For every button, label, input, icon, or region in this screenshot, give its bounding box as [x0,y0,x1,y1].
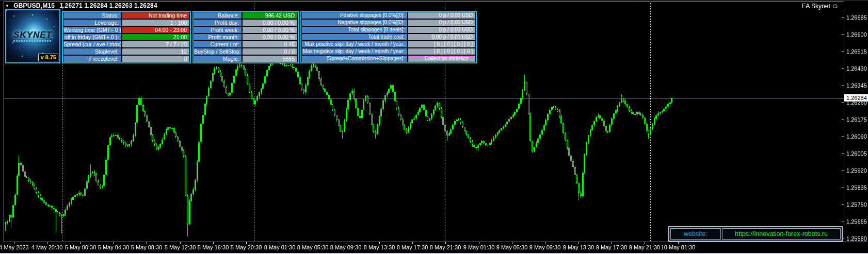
time-axis-label: 8 May 17:30 [397,244,428,250]
profit-week-label: Profit week: [194,27,242,33]
max-positive-slip-label: Max positive slip: day / week / month / … [302,41,407,47]
time-axis-label: 4 May 2023 [0,244,29,250]
leverage-label: Leverage: [63,20,121,26]
working-time-value: 04:00 - 23:00 [122,27,189,33]
friday-off-value: 21:00 [122,34,189,40]
time-axis-label: 5 May 00:30 [65,244,97,250]
version-badge: v 8.75 [38,54,58,61]
price-axis-label: 1.26515 [846,48,868,55]
max-positive-slip-value: [ 0 ] [ 0 ] [ 0 ] [ 0 ] [408,41,475,47]
freezelevel-value: 0 [122,56,189,62]
status-label: Status: [63,12,121,19]
price-axis-label: 1.25835 [846,184,868,191]
buystop-sellstop-value: 0 / 0 [243,48,297,55]
time-axis-label: 5 May 16:30 [198,244,229,250]
symbol-timeframe: GBPUSD,M15 [13,2,55,9]
time-axis-label: 5 May 08:30 [131,244,163,250]
ea-watermark-text: EA Skynet [801,3,830,10]
time-axis-label: 9 May 21:30 [629,244,661,250]
price-axis-label: 1.26090 [846,133,868,140]
working-time-label: Working time (GMT+ 0 ): [63,27,121,33]
current-price-tag: 1.26284 [844,94,868,101]
spread-value: 7 / 7 / 20 [122,41,189,47]
positive-slippages-value: 0 p / 0.00 USD [408,12,475,19]
status-section: Status:Not trading timeLeverage:1 : 100W… [62,11,191,63]
profit-month-label: Profit month: [194,34,242,40]
buystop-sellstop-label: BuyStop / SellStop: [194,48,242,55]
slippage-section: Positive slippages [0.0%][0]:0 p / 0.00 … [300,11,477,63]
profit-week-value: 0.00 / 0.00 % [243,27,297,33]
max-negative-slip-label: Max negative slip: day / week / month / … [302,48,407,55]
time-axis-label: 9 May 05:30 [496,244,528,250]
negative-slippages-value: 0 p / 0.00 USD [408,20,475,26]
price-axis-label: 1.26430 [846,65,868,72]
current-lot-label: Current Lot: [194,41,242,47]
spread-label: Spread (cur / ave / max): [63,41,121,47]
leverage-value: 1 : 100 [122,20,189,26]
price-axis-label: 1.26345 [846,82,868,89]
price-axis-label: 1.26600 [846,31,868,38]
mt4-chart-window: ▼ GBPUSD,M15 1.26271 1.26284 1.26263 1.2… [0,0,868,254]
price-axis-label: 1.25580 [846,235,868,242]
total-slippages-label: Total slippages [0 deals]: [302,27,407,33]
ea-watermark: EA Skynet☺ [801,2,839,10]
total-slippages-value: 0 p / 0.00 USD [408,27,475,33]
freezelevel-label: Freezelevel: [63,56,121,62]
time-axis-label: 9 May 09:30 [529,244,561,250]
chart-title: ▼ GBPUSD,M15 1.26271 1.26284 1.26263 1.2… [5,2,157,9]
time-axis-label: 8 May 05:30 [297,244,329,250]
stoplevel-label: Stoplevel: [63,48,121,55]
collection-stats-value[interactable]: Collection statistics... [408,56,475,62]
time-axis-label: 5 May 04:30 [98,244,130,250]
price-axis-label: 1.26005 [846,150,868,157]
price-axis-label: 1.26175 [846,116,868,123]
logo-title: SKYNET [6,30,59,40]
trade-cost-value: 0.00 p / 0.00 USD [408,34,475,40]
price-axis-label: 1.25665 [846,218,868,225]
time-axis-label: 5 May 12:30 [165,244,196,250]
profit-day-label: Profit day: [194,20,242,26]
magic-value: 5555 [243,56,297,62]
ea-info-panel: SKYNET v 8.75 Status:Not trading timeLev… [5,9,477,63]
website-url[interactable]: https://innovation-forex-robots.ru [722,228,841,240]
balance-value: 996.42 USD [243,12,297,19]
time-axis-label: 9 May 01:30 [463,244,495,250]
status-value: Not trading time [122,12,189,19]
positive-slippages-label: Positive slippages [0.0%][0]: [302,12,407,19]
friday-off-label: off in friday (GMT+ 0 ): [63,34,121,40]
price-axis-label: 1.25750 [846,201,868,208]
time-axis-label: 4 May 20:30 [31,244,63,250]
collection-stats-label: [Spread+Commission+Slippages]: [302,56,407,62]
logo-subtitle [13,40,52,42]
price-axis-label: 1.25920 [846,167,868,174]
magic-label: Magic: [194,56,242,62]
account-section: Balance:996.42 USDProfit day:0.00 / 0.00… [192,11,299,63]
time-axis-label: 5 May 20:30 [231,244,262,250]
profit-month-value: 0.00 / 0.00 % [243,34,297,40]
time-axis-label: 8 May 01:30 [264,244,296,250]
chart-dropdown-icon[interactable]: ▼ [5,4,9,8]
max-negative-slip-value: [ 0 ] [ 0 ] [ 0 ] [ 0 ] [408,48,475,55]
time-axis-label: 9 May 17:30 [596,244,628,250]
skynet-logo: SKYNET v 8.75 [5,9,60,63]
stoplevel-value: 12 [122,48,189,55]
time-axis-label: 8 May 09:30 [330,244,362,250]
profit-day-value: 0.00 / 0.00 % [243,20,297,26]
website-box-inner: website: https://innovation-forex-robots… [670,228,841,240]
time-axis-label: 9 May 13:30 [563,244,594,250]
current-lot-value: 0.45 [243,41,297,47]
trade-cost-label: Total trade cost: [302,34,407,40]
price-axis-label: 1.26685 [846,14,868,21]
logo-starburst [6,10,7,11]
time-axis-label: 8 May 21:30 [430,244,461,250]
negative-slippages-label: Negative slippages [0.0%][0]: [302,20,407,26]
balance-label: Balance: [194,12,242,19]
time-axis-label: 10 May 01:30 [661,244,696,250]
time-axis-label: 8 May 13:30 [364,244,395,250]
ohlc-quotes: 1.26271 1.26284 1.26263 1.26284 [59,2,157,9]
smiley-icon: ☺ [832,2,839,10]
website-label: website: [670,228,721,240]
website-box: website: https://innovation-forex-robots… [668,226,843,242]
